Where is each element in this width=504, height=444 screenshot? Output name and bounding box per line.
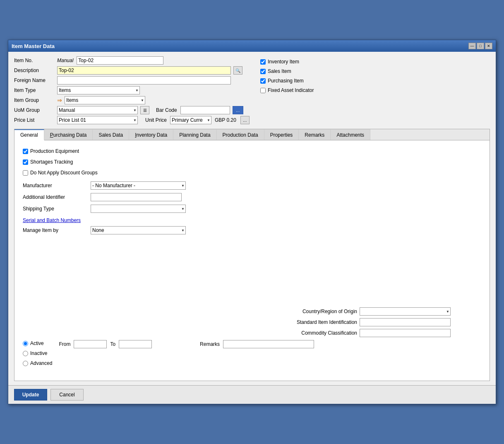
do-not-apply-checkbox[interactable] <box>23 170 28 176</box>
inactive-label: Inactive <box>30 350 47 356</box>
active-radio[interactable] <box>23 341 28 346</box>
tab-sales-data[interactable]: Sales Data <box>93 129 129 140</box>
close-button[interactable]: ✕ <box>485 43 492 49</box>
from-date-input[interactable] <box>74 340 107 348</box>
item-no-label: Item No. <box>14 58 55 63</box>
barcode-label: Bar Code <box>156 107 177 113</box>
manage-item-select-wrapper: None Serial Numbers Batches <box>91 226 186 234</box>
foreign-name-label: Foreign Name <box>14 77 55 83</box>
to-label: To <box>110 341 115 347</box>
from-label: From <box>59 341 70 347</box>
tab-container: General Purchasing Data Sales Data Inven… <box>14 129 490 381</box>
footer: Update Cancel <box>8 385 496 404</box>
bottom-section: Active Inactive Advanced <box>23 339 481 372</box>
sales-item-label: Sales Item <box>268 68 291 74</box>
unit-price-browse-button[interactable]: … <box>240 116 250 124</box>
uom-list-button[interactable]: ☰ <box>140 106 149 114</box>
item-no-input[interactable] <box>77 56 163 65</box>
standard-item-input[interactable] <box>360 318 451 326</box>
advanced-radio[interactable] <box>23 361 28 366</box>
barcode-input[interactable] <box>180 106 230 114</box>
tab-content-general: Production Equipment Shortages Tracking … <box>14 140 490 381</box>
status-from-to-row: Active Inactive Advanced <box>23 339 481 367</box>
general-section: Production Equipment Shortages Tracking … <box>23 147 481 235</box>
from-to-section: From To <box>59 340 152 348</box>
header-fields: Item No. Manual Description 🔍 Foreign Na… <box>14 56 490 125</box>
unit-price-value: GBP 0.20 <box>215 117 236 123</box>
unit-price-currency-wrapper: Primary Curre <box>170 116 211 124</box>
unit-price-label: Unit Price <box>145 117 167 123</box>
inventory-item-row: Inventory Item <box>260 58 490 66</box>
remarks-input[interactable] <box>223 340 314 348</box>
sales-item-checkbox[interactable] <box>260 69 266 74</box>
country-origin-select-wrapper <box>360 307 451 316</box>
inactive-radio[interactable] <box>23 351 28 356</box>
remarks-section: Remarks <box>200 340 314 348</box>
shipping-type-select[interactable] <box>91 205 186 213</box>
shipping-type-label: Shipping Type <box>23 206 89 212</box>
manage-item-row: Manage Item by None Serial Numbers Batch… <box>23 226 481 235</box>
manufacturer-label: Manufacturer <box>23 183 89 188</box>
uom-group-select-wrapper: Manual <box>57 106 138 114</box>
additional-id-label: Additional Identifier <box>23 194 89 200</box>
barcode-browse-button[interactable]: … <box>233 106 243 114</box>
inventory-item-label: Inventory Item <box>268 59 299 65</box>
tab-remarks[interactable]: Remarks <box>299 129 331 140</box>
item-type-select-wrapper: Items Labor Travel <box>57 86 140 94</box>
description-label: Description <box>14 68 55 73</box>
minimize-button[interactable]: — <box>468 43 476 49</box>
content-area: Item No. Manual Description 🔍 Foreign Na… <box>8 52 496 385</box>
tab-general[interactable]: General <box>14 129 44 140</box>
shipping-type-row: Shipping Type <box>23 204 481 213</box>
tab-attachments[interactable]: Attachments <box>331 129 370 140</box>
manage-item-select[interactable]: None Serial Numbers Batches <box>91 226 186 234</box>
price-list-row: Price List Price List 01 Unit Price Prim… <box>14 116 252 125</box>
manage-item-label: Manage Item by <box>23 227 89 233</box>
fixed-asset-checkbox[interactable] <box>260 88 266 93</box>
tab-inventory-data[interactable]: Inventory Data <box>129 129 173 140</box>
manufacturer-select[interactable]: - No Manufacturer - <box>91 181 186 190</box>
country-origin-select[interactable] <box>360 307 451 316</box>
price-list-select-wrapper: Price List 01 <box>57 116 138 124</box>
tab-bar: General Purchasing Data Sales Data Inven… <box>14 129 490 140</box>
description-input[interactable] <box>57 66 231 75</box>
price-list-select[interactable]: Price List 01 <box>57 116 138 124</box>
fixed-asset-label: Fixed Asset Indicator <box>268 87 314 93</box>
uom-group-select[interactable]: Manual <box>57 106 138 114</box>
fixed-asset-row: Fixed Asset Indicator <box>260 86 490 94</box>
production-equipment-checkbox[interactable] <box>23 149 28 154</box>
uom-group-row: UoM Group Manual ☰ Bar Code … <box>14 106 252 115</box>
foreign-name-input[interactable] <box>57 76 231 84</box>
additional-id-row: Additional Identifier <box>23 193 481 202</box>
cancel-button[interactable]: Cancel <box>50 389 84 401</box>
maximize-button[interactable]: □ <box>477 43 484 49</box>
title-bar-buttons: — □ ✕ <box>468 43 492 49</box>
manufacturer-row: Manufacturer - No Manufacturer - <box>23 181 481 190</box>
item-group-select[interactable]: Items <box>65 96 145 104</box>
serial-batch-link[interactable]: Serial and Batch Numbers <box>23 217 81 223</box>
additional-id-input[interactable] <box>91 193 182 201</box>
shortages-tracking-checkbox[interactable] <box>23 159 28 165</box>
do-not-apply-label: Do Not Apply Discount Groups <box>30 170 98 176</box>
inventory-item-checkbox[interactable] <box>260 59 266 65</box>
purchasing-item-checkbox[interactable] <box>260 78 266 84</box>
inactive-radio-row: Inactive <box>23 349 52 357</box>
shortages-tracking-row: Shortages Tracking <box>23 158 481 166</box>
tab-planning-data[interactable]: Planning Data <box>173 129 216 140</box>
status-radio-group: Active Inactive Advanced <box>23 339 52 367</box>
update-button[interactable]: Update <box>14 389 47 401</box>
tab-production-data[interactable]: Production Data <box>217 129 264 140</box>
to-date-input[interactable] <box>119 340 152 348</box>
advanced-radio-row: Advanced <box>23 359 52 367</box>
description-browse-button[interactable]: 🔍 <box>233 66 242 75</box>
unit-price-currency-select[interactable]: Primary Curre <box>170 116 211 124</box>
tab-properties[interactable]: Properties <box>264 129 299 140</box>
purchasing-item-label: Purchasing Item <box>268 78 304 84</box>
item-type-select[interactable]: Items Labor Travel <box>57 86 140 94</box>
commodity-input[interactable] <box>360 329 451 337</box>
shipping-type-select-wrapper <box>91 205 186 213</box>
standard-item-row: Standard Item Identification <box>266 318 473 327</box>
serial-batch-section: Serial and Batch Numbers <box>23 217 481 223</box>
tab-purchasing-data[interactable]: Purchasing Data <box>44 129 93 140</box>
country-origin-label: Country/Region of Origin <box>266 309 357 314</box>
